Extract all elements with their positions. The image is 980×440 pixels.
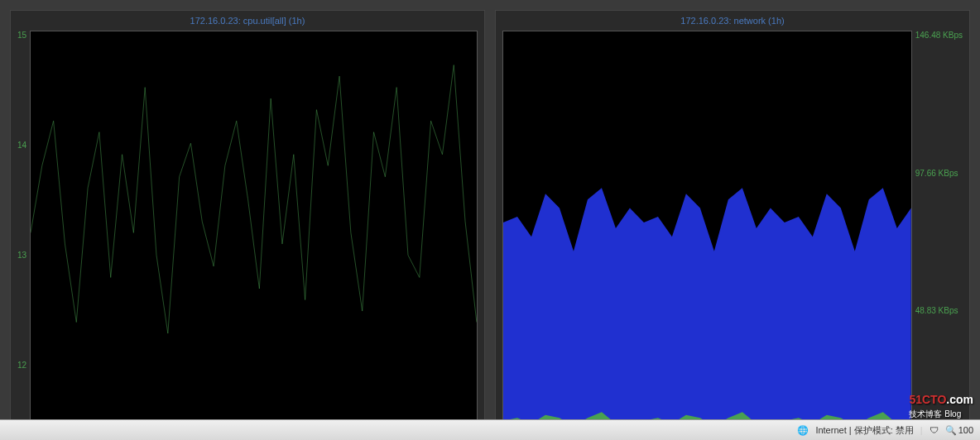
plot-area[interactable] [502, 31, 912, 440]
security-status: Internet | 保护模式: 禁用 [815, 424, 913, 437]
panel-title: 172.16.0.23: cpu.util[all] (1h) [11, 11, 484, 31]
ie-statusbar: 🌐 Internet | 保护模式: 禁用 | 🛡 🔍 100 [0, 419, 980, 440]
plot-area[interactable] [30, 31, 478, 440]
area-chart [503, 31, 911, 440]
yaxis: 1514131211 [17, 31, 30, 440]
network-panel[interactable]: 172.16.0.23: network (1h) 146.48 KBps97.… [495, 10, 970, 440]
dashboard-grid: 172.16.0.23: cpu.util[all] (1h) 15141312… [0, 0, 980, 410]
yaxis: 146.48 KBps97.66 KBps48.83 KBps0 Bps [912, 31, 963, 440]
cpu-panel[interactable]: 172.16.0.23: cpu.util[all] (1h) 15141312… [10, 10, 485, 440]
shield-icon: 🛡 [930, 425, 939, 435]
panel-title: 172.16.0.23: network (1h) [496, 11, 969, 31]
line-chart [31, 31, 477, 440]
watermark-logo: 51CTO.com 技术博客 Blog [909, 393, 973, 420]
zoom-control[interactable]: 🔍 100 [945, 425, 973, 436]
globe-icon: 🌐 [797, 425, 809, 436]
zoom-icon: 🔍 [945, 425, 957, 436]
